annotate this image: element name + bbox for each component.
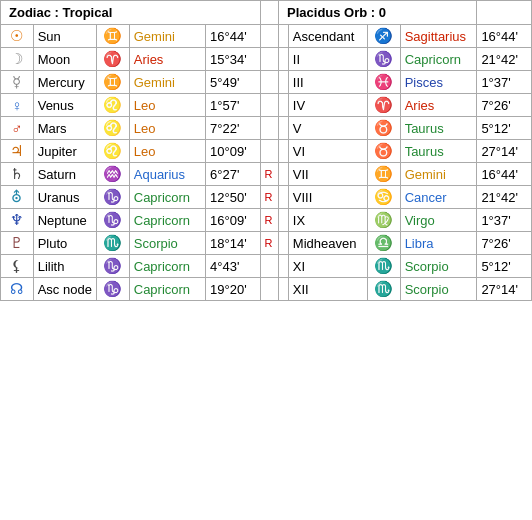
planet-sign-saturn: Aquarius: [129, 163, 205, 186]
planet-name-lilith: Lilith: [33, 255, 96, 278]
house-label-ii: II: [288, 48, 367, 71]
house-sign-icon-iv: ♈: [367, 94, 400, 117]
planet-sign-mars: Leo: [129, 117, 205, 140]
house-sign-icon-vi: ♉: [367, 140, 400, 163]
planet-r-venus: [260, 94, 279, 117]
table-row: ☉ Sun ♊ Gemini 16°44' Ascendant ♐ Sagitt…: [1, 25, 532, 48]
planet-name-pluto: Pluto: [33, 232, 96, 255]
planet-icon-jupiter: ♃: [1, 140, 34, 163]
house-deg-xii: 27°14': [477, 278, 532, 301]
planet-deg-saturn: 6°27': [206, 163, 260, 186]
house-deg-xi: 5°12': [477, 255, 532, 278]
planet-deg-moon: 15°34': [206, 48, 260, 71]
planet-sign-pluto: Scorpio: [129, 232, 205, 255]
house-sign-icon-viii: ♋: [367, 186, 400, 209]
planet-icon-pluto: ♇: [1, 232, 34, 255]
planet-deg-lilith: 4°43': [206, 255, 260, 278]
house-sign-iv: Aries: [400, 94, 477, 117]
house-sign-ix: Virgo: [400, 209, 477, 232]
house-sign-icon-ii: ♑: [367, 48, 400, 71]
house-sign-icon-vii: ♊: [367, 163, 400, 186]
planet-r-moon: [260, 48, 279, 71]
planet-deg-pluto: 18°14': [206, 232, 260, 255]
house-label-vii: VII: [288, 163, 367, 186]
table-row: ♀ Venus ♌ Leo 1°57' IV ♈ Aries 7°26': [1, 94, 532, 117]
table-row: ♄ Saturn ♒ Aquarius 6°27' R VII ♊ Gemini…: [1, 163, 532, 186]
planet-deg-jupiter: 10°09': [206, 140, 260, 163]
house-deg-midheaven: 7°26': [477, 232, 532, 255]
house-label-ix: IX: [288, 209, 367, 232]
house-sign-midheaven: Libra: [400, 232, 477, 255]
house-label-xi: XI: [288, 255, 367, 278]
zodiac-header: Zodiac : Tropical: [1, 1, 261, 25]
house-deg-v: 5°12': [477, 117, 532, 140]
planet-icon-lilith: ⚸: [1, 255, 34, 278]
planet-deg-mercury: 5°49': [206, 71, 260, 94]
planet-icon-mercury: ☿: [1, 71, 34, 94]
planet-r-pluto: R: [260, 232, 279, 255]
planet-sign-venus: Leo: [129, 94, 205, 117]
planet-deg-ascnode: 19°20': [206, 278, 260, 301]
placidus-header: Placidus Orb : 0: [279, 1, 477, 25]
house-sign-icon-midheaven: ♎: [367, 232, 400, 255]
table-row: ☽ Moon ♈ Aries 15°34' II ♑ Capricorn 21°…: [1, 48, 532, 71]
house-sign-icon-xi: ♏: [367, 255, 400, 278]
table-row: ⛢ Uranus ♑ Capricorn 12°50' R VIII ♋ Can…: [1, 186, 532, 209]
planet-sign-icon-moon: ♈: [97, 48, 130, 71]
house-sign-iii: Pisces: [400, 71, 477, 94]
planet-sign-neptune: Capricorn: [129, 209, 205, 232]
planet-icon-neptune: ♆: [1, 209, 34, 232]
planet-name-venus: Venus: [33, 94, 96, 117]
planet-r-jupiter: [260, 140, 279, 163]
planet-sign-icon-pluto: ♏: [97, 232, 130, 255]
house-label-asc: Ascendant: [288, 25, 367, 48]
house-sign-vii: Gemini: [400, 163, 477, 186]
planet-icon-moon: ☽: [1, 48, 34, 71]
planet-sign-icon-sun: ♊: [97, 25, 130, 48]
planet-sign-uranus: Capricorn: [129, 186, 205, 209]
planet-icon-ascnode: ☊: [1, 278, 34, 301]
house-sign-ii: Capricorn: [400, 48, 477, 71]
house-sign-icon-v: ♉: [367, 117, 400, 140]
planet-deg-mars: 7°22': [206, 117, 260, 140]
house-deg-vi: 27°14': [477, 140, 532, 163]
table-row: ⚸ Lilith ♑ Capricorn 4°43' XI ♏ Scorpio …: [1, 255, 532, 278]
house-sign-icon-ix: ♍: [367, 209, 400, 232]
house-deg-ii: 21°42': [477, 48, 532, 71]
house-deg-vii: 16°44': [477, 163, 532, 186]
house-sign-icon-asc: ♐: [367, 25, 400, 48]
planet-icon-uranus: ⛢: [1, 186, 34, 209]
table-row: ☊ Asc node ♑ Capricorn 19°20' XII ♏ Scor…: [1, 278, 532, 301]
planet-r-sun: [260, 25, 279, 48]
house-deg-iv: 7°26': [477, 94, 532, 117]
planet-deg-uranus: 12°50': [206, 186, 260, 209]
house-deg-asc: 16°44': [477, 25, 532, 48]
planet-sign-moon: Aries: [129, 48, 205, 71]
astrology-table: Zodiac : Tropical Placidus Orb : 0 ☉ Sun…: [0, 0, 532, 301]
planet-sign-mercury: Gemini: [129, 71, 205, 94]
planet-deg-neptune: 16°09': [206, 209, 260, 232]
house-label-iv: IV: [288, 94, 367, 117]
house-sign-xii: Scorpio: [400, 278, 477, 301]
planet-sign-icon-mars: ♌: [97, 117, 130, 140]
planet-r-lilith: [260, 255, 279, 278]
planet-icon-saturn: ♄: [1, 163, 34, 186]
planet-name-saturn: Saturn: [33, 163, 96, 186]
house-deg-iii: 1°37': [477, 71, 532, 94]
planet-icon-sun: ☉: [1, 25, 34, 48]
house-deg-viii: 21°42': [477, 186, 532, 209]
planet-sign-lilith: Capricorn: [129, 255, 205, 278]
planet-name-sun: Sun: [33, 25, 96, 48]
table-row: ☿ Mercury ♊ Gemini 5°49' III ♓ Pisces 1°…: [1, 71, 532, 94]
table-row: ♂ Mars ♌ Leo 7°22' V ♉ Taurus 5°12': [1, 117, 532, 140]
house-label-iii: III: [288, 71, 367, 94]
table-row: ♇ Pluto ♏ Scorpio 18°14' R Midheaven ♎ L…: [1, 232, 532, 255]
planet-icon-mars: ♂: [1, 117, 34, 140]
house-deg-ix: 1°37': [477, 209, 532, 232]
planet-sign-icon-uranus: ♑: [97, 186, 130, 209]
house-label-midheaven: Midheaven: [288, 232, 367, 255]
house-label-vi: VI: [288, 140, 367, 163]
planet-name-moon: Moon: [33, 48, 96, 71]
planet-deg-venus: 1°57': [206, 94, 260, 117]
house-sign-icon-xii: ♏: [367, 278, 400, 301]
